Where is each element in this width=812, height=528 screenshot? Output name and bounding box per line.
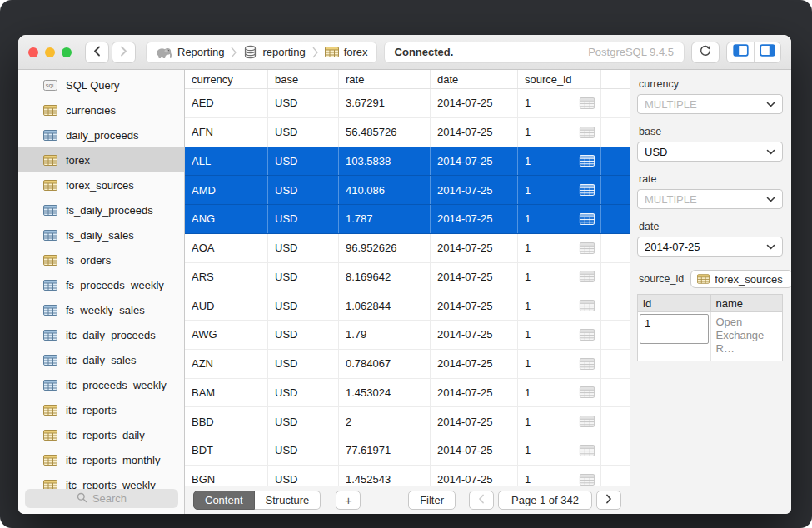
table-row[interactable]: AFNUSD56.4857262014-07-251 — [185, 118, 630, 147]
open-foreign-row-icon[interactable] — [579, 155, 595, 167]
cell-rate[interactable]: 0.784067 — [339, 350, 431, 378]
open-foreign-row-icon[interactable] — [579, 271, 595, 282]
field-select-currency[interactable]: MULTIPLE — [637, 94, 783, 114]
cell-rate[interactable]: 3.67291 — [339, 89, 431, 117]
cell-rate[interactable]: 1.79 — [339, 321, 431, 349]
cell-currency[interactable]: BBD — [185, 407, 268, 436]
cell-base[interactable]: USD — [268, 118, 339, 147]
field-select-date[interactable]: 2014-07-25 — [637, 237, 783, 257]
table-row[interactable]: ANGUSD1.7872014-07-251 — [185, 205, 630, 234]
cell-rate[interactable]: 103.5838 — [339, 147, 431, 176]
cell-date[interactable]: 2014-07-25 — [431, 176, 518, 204]
cell-base[interactable]: USD — [268, 263, 339, 291]
tab-structure[interactable]: Structure — [255, 491, 321, 510]
breadcrumb-item-reporting[interactable]: reporting — [243, 45, 305, 59]
cell-currency[interactable]: BGN — [185, 466, 268, 486]
cell-currency[interactable]: ALL — [185, 147, 268, 176]
cell-rate[interactable]: 8.169642 — [339, 263, 431, 291]
sidebar-item-itc-reports-daily[interactable]: itc_reports_daily — [18, 422, 184, 447]
open-foreign-row-icon[interactable] — [579, 184, 595, 196]
cell-source-id[interactable]: 1 — [518, 407, 601, 436]
cell-source-id[interactable]: 1 — [518, 321, 601, 349]
cell-date[interactable]: 2014-07-25 — [431, 147, 518, 176]
cell-source-id[interactable]: 1 — [518, 436, 601, 465]
cell-base[interactable]: USD — [268, 321, 339, 349]
cell-base[interactable]: USD — [268, 466, 339, 486]
back-button[interactable] — [85, 42, 109, 63]
forward-button[interactable] — [112, 42, 136, 63]
table-row[interactable]: BAMUSD1.4530242014-07-251 — [185, 379, 630, 408]
cell-base[interactable]: USD — [268, 147, 339, 176]
sidebar-item-forex-sources[interactable]: forex_sources — [18, 172, 184, 197]
cell-rate[interactable]: 1.453024 — [339, 379, 431, 407]
cell-currency[interactable]: AWG — [185, 321, 268, 349]
cell-base[interactable]: USD — [268, 205, 339, 233]
cell-date[interactable]: 2014-07-25 — [431, 407, 518, 436]
tab-content[interactable]: Content — [193, 491, 255, 510]
table-row[interactable]: ALLUSD103.58382014-07-251 — [185, 147, 630, 177]
sidebar-item-itc-reports-monthly[interactable]: itc_reports_monthly — [18, 447, 184, 472]
cell-date[interactable]: 2014-07-25 — [431, 350, 518, 378]
cell-rate[interactable]: 56.485726 — [339, 118, 431, 147]
sidebar-item-fs-weekly-sales[interactable]: fs_weekly_sales — [18, 297, 184, 322]
cell-source-id[interactable]: 1 — [518, 176, 601, 204]
cell-base[interactable]: USD — [268, 379, 339, 407]
cell-currency[interactable]: AZN — [185, 350, 268, 378]
cell-date[interactable]: 2014-07-25 — [431, 466, 518, 486]
cell-source-id[interactable]: 1 — [518, 350, 601, 378]
cell-base[interactable]: USD — [268, 350, 339, 378]
cell-currency[interactable]: ANG — [185, 205, 268, 233]
open-foreign-row-icon[interactable] — [579, 386, 595, 398]
cell-date[interactable]: 2014-07-25 — [431, 291, 518, 320]
cell-source-id[interactable]: 1 — [518, 205, 601, 233]
sidebar-item-fs-proceeds-weekly[interactable]: fs_proceeds_weekly — [18, 272, 184, 297]
cell-base[interactable]: USD — [268, 234, 339, 262]
open-foreign-row-icon[interactable] — [579, 445, 595, 456]
foreign-table-button[interactable]: forex_sources — [690, 270, 791, 288]
breadcrumb-item-forex[interactable]: forex — [325, 46, 368, 58]
toggle-right-panel-button[interactable] — [754, 42, 780, 62]
cell-base[interactable]: USD — [268, 89, 339, 117]
cell-base[interactable]: USD — [268, 176, 339, 204]
cell-source-id[interactable]: 1 — [518, 118, 601, 147]
table-row[interactable]: AOAUSD96.9526262014-07-251 — [185, 234, 630, 263]
previous-page-button[interactable] — [469, 491, 494, 510]
cell-source-id[interactable]: 1 — [518, 234, 601, 262]
cell-currency[interactable]: AOA — [185, 234, 268, 262]
table-row[interactable]: AUDUSD1.0628442014-07-251 — [185, 291, 630, 321]
column-header-date[interactable]: date — [431, 70, 518, 88]
fk-id-input[interactable]: 1 — [640, 314, 709, 344]
cell-rate[interactable]: 96.952626 — [339, 234, 431, 262]
field-select-base[interactable]: USD — [637, 142, 783, 162]
cell-source-id[interactable]: 1 — [518, 379, 601, 407]
cell-currency[interactable]: AMD — [185, 176, 268, 204]
open-foreign-row-icon[interactable] — [579, 358, 595, 370]
cell-base[interactable]: USD — [268, 436, 339, 465]
sidebar-search-input[interactable]: Search — [25, 489, 178, 508]
sidebar-item-itc-daily-sales[interactable]: itc_daily_sales — [18, 347, 184, 372]
cell-source-id[interactable]: 1 — [518, 147, 601, 176]
table-row[interactable]: AMDUSD410.0862014-07-251 — [185, 176, 630, 205]
minimize-window-button[interactable] — [45, 47, 55, 57]
open-foreign-row-icon[interactable] — [579, 300, 595, 311]
sidebar-item-currencies[interactable]: currencies — [18, 97, 184, 122]
cell-currency[interactable]: AUD — [185, 291, 268, 320]
table-row[interactable]: BBDUSD22014-07-251 — [185, 407, 630, 436]
refresh-button[interactable] — [691, 42, 720, 63]
cell-date[interactable]: 2014-07-25 — [431, 234, 518, 262]
cell-rate[interactable]: 410.086 — [339, 176, 431, 204]
open-foreign-row-icon[interactable] — [579, 329, 595, 341]
open-foreign-row-icon[interactable] — [579, 97, 595, 109]
cell-source-id[interactable]: 1 — [518, 466, 601, 486]
sidebar-item-daily-proceeds[interactable]: daily_proceeds — [18, 122, 184, 147]
column-header-currency[interactable]: currency — [185, 70, 268, 88]
column-header-rate[interactable]: rate — [339, 70, 431, 88]
open-foreign-row-icon[interactable] — [579, 416, 595, 427]
page-indicator-button[interactable]: Page 1 of 342 — [498, 491, 592, 510]
sidebar-item-fs-orders[interactable]: fs_orders — [18, 247, 184, 272]
cell-rate[interactable]: 1.062844 — [339, 291, 431, 320]
cell-date[interactable]: 2014-07-25 — [431, 436, 518, 465]
cell-date[interactable]: 2014-07-25 — [431, 321, 518, 349]
sidebar-item-itc-reports[interactable]: itc_reports — [18, 397, 184, 422]
cell-currency[interactable]: BDT — [185, 436, 268, 465]
